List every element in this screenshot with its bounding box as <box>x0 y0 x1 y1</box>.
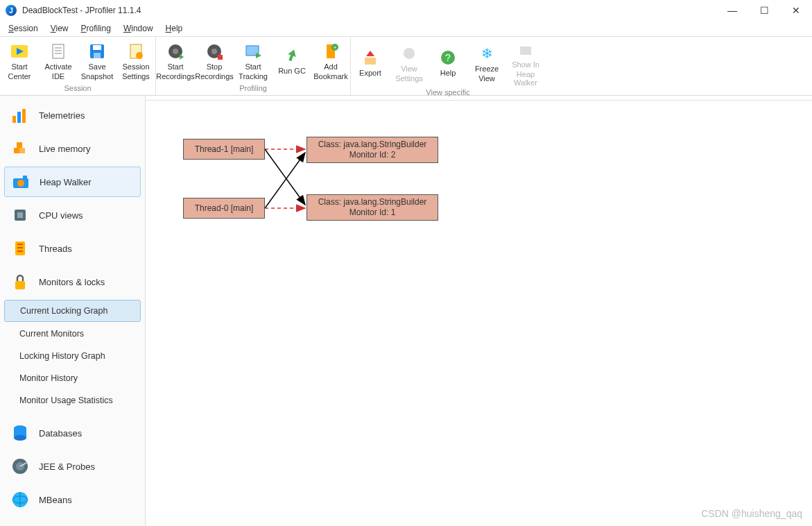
toolbar-group-profiling: Start Recordings Stop Recordings Start T… <box>156 37 351 95</box>
svg-point-24 <box>404 48 415 59</box>
freeze-view-button[interactable]: ❄ Freeze View <box>467 37 506 87</box>
sub-item-current-locking-graph[interactable]: Current Locking Graph <box>4 300 141 322</box>
cubes-icon <box>11 139 29 158</box>
save-icon <box>87 42 107 61</box>
menu-help[interactable]: Help <box>160 22 189 35</box>
sidebar-item-label: MBeans <box>39 495 72 505</box>
snowflake-icon: ❄ <box>477 44 496 63</box>
title-bar: J DeadBlockTest - JProfiler 11.1.4 — ☐ ✕ <box>0 0 812 21</box>
radar-icon <box>11 457 29 475</box>
sidebar-item-mbeans[interactable]: MBeans <box>4 484 141 515</box>
sidebar-item-live-memory[interactable]: Live memory <box>4 133 141 164</box>
svg-point-15 <box>211 49 217 54</box>
monitor-node-1[interactable]: Class: java.lang.StringBuilder Monitor I… <box>306 194 438 221</box>
session-settings-button[interactable]: Session Settings <box>116 37 155 83</box>
svg-rect-32 <box>14 148 19 153</box>
locking-graph-canvas[interactable]: Thread-1 [main] Thread-0 [main] Class: j… <box>146 100 812 526</box>
sidebar-item-label: Heap Walker <box>40 177 92 187</box>
sub-item-locking-history-graph[interactable]: Locking History Graph <box>4 346 141 366</box>
toolbar-group-label: View specific <box>351 87 545 99</box>
svg-text:❄: ❄ <box>481 46 493 61</box>
record-icon <box>166 42 185 61</box>
svg-point-10 <box>136 52 143 59</box>
sidebar-item-label: Monitors & locks <box>39 277 105 287</box>
minimize-button[interactable]: — <box>716 0 748 21</box>
menu-window[interactable]: Window <box>118 22 159 35</box>
start-recordings-button[interactable]: Start Recordings <box>156 37 195 83</box>
add-bookmark-button[interactable]: + Add Bookmark <box>311 37 350 83</box>
svg-rect-34 <box>17 142 22 148</box>
toolbar-group-view: Export View Settings ? Help ❄ Freeze Vie… <box>351 37 545 95</box>
svg-rect-37 <box>23 176 27 179</box>
svg-rect-7 <box>93 45 101 50</box>
stop-recordings-button[interactable]: Stop Recordings <box>195 37 234 83</box>
threads-icon <box>11 239 29 257</box>
svg-text:+: + <box>334 44 337 51</box>
sidebar-item-telemetries[interactable]: Telemetries <box>4 100 141 130</box>
sub-item-monitor-usage-stats[interactable]: Monitor Usage Statistics <box>4 390 141 411</box>
database-icon <box>11 424 29 442</box>
toolbar-group-label: Profiling <box>156 83 350 95</box>
lock-icon <box>11 273 29 291</box>
sidebar-item-cpu-views[interactable]: CPU views <box>4 200 141 230</box>
close-button[interactable]: ✕ <box>780 0 812 21</box>
chart-icon <box>11 106 29 124</box>
help-button[interactable]: ? Help <box>429 37 467 87</box>
cpu-icon <box>11 206 29 224</box>
maximize-button[interactable]: ☐ <box>748 0 780 21</box>
document-icon <box>49 42 68 61</box>
play-icon <box>10 42 29 61</box>
menu-bar: Session View Profiling Window Help <box>0 21 812 36</box>
stop-record-icon <box>205 42 224 61</box>
toolbar-group-label: Session <box>0 83 155 95</box>
run-gc-button[interactable]: Run GC <box>273 37 311 83</box>
svg-rect-39 <box>17 212 23 218</box>
save-snapshot-button[interactable]: Save Snapshot <box>78 37 116 83</box>
activate-ide-button[interactable]: Activate IDE <box>39 37 78 83</box>
svg-rect-2 <box>53 44 64 58</box>
camera-icon <box>12 173 30 191</box>
svg-rect-8 <box>94 53 101 58</box>
svg-rect-44 <box>15 281 25 289</box>
sidebar-item-monitors-locks[interactable]: Monitors & locks <box>4 266 141 297</box>
sidebar-item-label: Telemetries <box>39 110 85 121</box>
sub-item-current-monitors[interactable]: Current Monitors <box>4 323 141 344</box>
export-icon <box>361 48 380 67</box>
sidebar-item-jee-probes[interactable]: JEE & Probes <box>4 451 141 482</box>
toolbar: Start Center Activate IDE Save Snapshot … <box>0 36 812 96</box>
start-tracking-button[interactable]: Start Tracking <box>234 37 273 83</box>
window-title: DeadBlockTest - JProfiler 11.1.4 <box>22 6 141 15</box>
app-icon: J <box>6 5 17 16</box>
bookmark-icon: + <box>321 42 340 61</box>
watermark: CSDN @huisheng_qaq <box>701 508 802 519</box>
svg-marker-23 <box>366 51 374 56</box>
toolbar-group-session: Start Center Activate IDE Save Snapshot … <box>0 37 156 95</box>
monitor-node-2[interactable]: Class: java.lang.StringBuilder Monitor I… <box>306 137 438 163</box>
menu-session[interactable]: Session <box>3 22 44 35</box>
sidebar: Telemetries Live memory Heap Walker CPU … <box>0 96 146 526</box>
graph-arrows <box>146 101 812 526</box>
sidebar-item-databases[interactable]: Databases <box>4 418 141 448</box>
svg-rect-28 <box>520 46 531 55</box>
menu-view[interactable]: View <box>45 22 74 35</box>
svg-point-12 <box>173 49 178 54</box>
menu-profiling[interactable]: Profiling <box>76 22 116 35</box>
thread-node-1[interactable]: Thread-1 [main] <box>183 139 265 160</box>
sidebar-item-threads[interactable]: Threads <box>4 233 141 264</box>
sidebar-item-label: JEE & Probes <box>39 461 95 472</box>
svg-rect-33 <box>19 148 25 153</box>
globe-icon <box>11 491 29 509</box>
sidebar-item-label: CPU views <box>39 210 83 221</box>
export-button[interactable]: Export <box>351 37 390 87</box>
recycle-icon <box>282 46 302 65</box>
settings-note-icon <box>126 42 146 61</box>
sub-item-monitor-history[interactable]: Monitor History <box>4 368 141 389</box>
start-center-button[interactable]: Start Center <box>0 37 39 83</box>
svg-marker-13 <box>180 54 184 60</box>
help-icon: ? <box>438 48 458 67</box>
sidebar-item-heap-walker[interactable]: Heap Walker <box>4 167 141 197</box>
main-area: Telemetries Live memory Heap Walker CPU … <box>0 96 812 526</box>
thread-node-0[interactable]: Thread-0 [main] <box>183 198 265 219</box>
svg-rect-31 <box>22 109 26 123</box>
svg-line-57 <box>265 149 305 205</box>
